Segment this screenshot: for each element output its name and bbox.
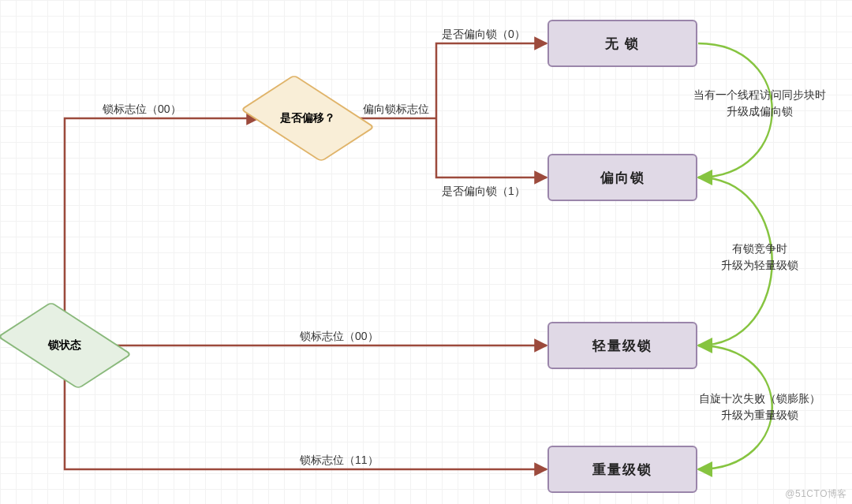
note-upgrade-to-light: 有锁竞争时 升级为轻量级锁: [669, 241, 850, 274]
label-state-to-biased: 锁标志位（00）: [103, 103, 181, 117]
node-no-lock-label: 无 锁: [605, 35, 641, 53]
node-heavy-lock: 重量级锁: [547, 446, 697, 493]
node-light-lock: 轻量级锁: [547, 322, 697, 369]
label-biased-branch: 偏向锁标志位: [363, 103, 429, 117]
diagram-canvas: 锁状态 是否偏移？ 无 锁 偏向锁 轻量级锁 重量级锁 锁标志位（00） 偏向锁…: [0, 0, 852, 504]
note-line: 自旋十次失败（锁膨胀）: [669, 390, 850, 407]
node-biased-lock-label: 偏向锁: [600, 169, 645, 187]
node-lock-state: 锁状态: [17, 314, 112, 377]
label-state-to-heavy: 锁标志位（11）: [300, 454, 379, 468]
node-is-biased: 是否偏移？: [260, 87, 355, 150]
node-lock-state-label: 锁状态: [48, 338, 81, 353]
label-state-to-light: 锁标志位（00）: [300, 330, 379, 344]
note-line: 当有一个线程访问同步块时: [669, 87, 850, 103]
note-line: 升级成偏向锁: [669, 103, 850, 120]
node-no-lock: 无 锁: [547, 20, 697, 67]
label-to-no-lock: 是否偏向锁（0）: [442, 28, 525, 42]
label-to-biased-lock: 是否偏向锁（1）: [442, 185, 525, 199]
note-upgrade-to-heavy: 自旋十次失败（锁膨胀） 升级为重量级锁: [669, 390, 850, 424]
note-line: 有锁竞争时: [669, 241, 850, 257]
note-line: 升级为轻量级锁: [669, 257, 850, 274]
node-light-lock-label: 轻量级锁: [592, 337, 652, 355]
note-line: 升级为重量级锁: [669, 407, 850, 424]
node-heavy-lock-label: 重量级锁: [592, 461, 652, 479]
node-is-biased-label: 是否偏移？: [280, 111, 335, 125]
watermark: @51CTO博客: [785, 487, 847, 501]
node-biased-lock: 偏向锁: [547, 154, 697, 201]
note-upgrade-to-biased: 当有一个线程访问同步块时 升级成偏向锁: [669, 87, 850, 120]
